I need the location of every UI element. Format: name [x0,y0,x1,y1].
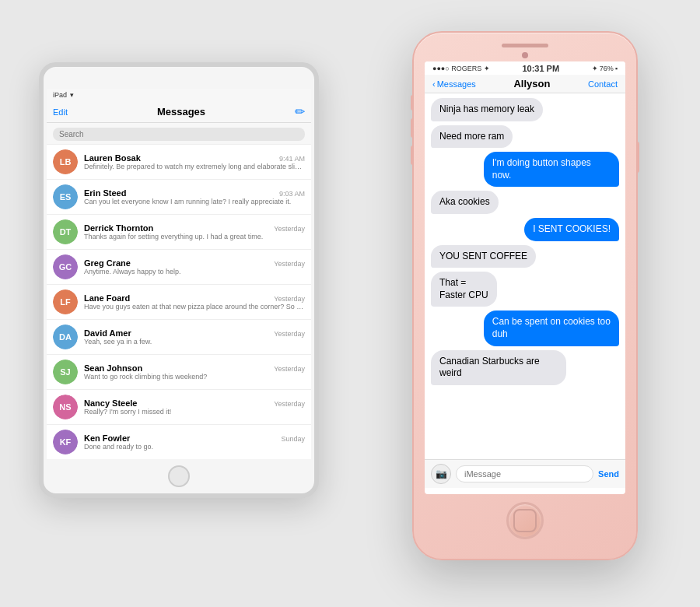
scene: iPad ▾ Edit Messages ✏ LB Lauren Bosak 9… [16,16,684,591]
received-bubble: Canadian Starbucks are weird [431,350,566,385]
message-content: Ken Fowler Sunday Done and ready to go. [84,433,305,451]
ipad-message-item[interactable]: GC Greg Crane Yesterday Anytime. Always … [47,250,311,285]
iphone-input-bar: 📷 Send [425,459,625,488]
message-content: Lauren Bosak 9:41 AM Definitely. Be prep… [84,153,305,170]
message-content: Greg Crane Yesterday Anytime. Always hap… [84,258,305,275]
iphone-back-label: Messages [437,79,476,89]
message-header: Lauren Bosak 9:41 AM [84,153,305,163]
message-content: Nancy Steele Yesterday Really? I'm sorry… [84,398,305,416]
ipad-edit-button[interactable]: Edit [53,107,68,117]
sent-bubble: Can be spent on cookies too duh [484,311,619,346]
iphone-home-button-inner [513,509,537,532]
message-content: Sean Johnson Yesterday Want to go rock c… [84,363,305,381]
iphone-status-bar: ●●●○ ROGERS ✦ 10:31 PM ✦ 76% ▪ [425,61,625,75]
message-header: Nancy Steele Yesterday [84,398,305,408]
iphone-camera-area [522,52,528,58]
message-header: Sean Johnson Yesterday [84,363,305,373]
message-time: Yesterday [274,225,305,233]
message-preview: Definitely. Be prepared to watch my extr… [84,163,305,170]
iphone-back-chevron: ‹ [432,79,436,89]
ipad-search-input[interactable] [53,128,305,141]
iphone-battery: 76% [600,65,614,72]
message-header: Ken Fowler Sunday [84,433,305,443]
contact-name: Ken Fowler [84,433,130,443]
received-bubble: YOU SENT COFFEE [431,245,536,268]
ipad-message-item[interactable]: DT Derrick Thornton Yesterday Thanks aga… [47,215,311,250]
message-header: Lane Foard Yesterday [84,293,305,303]
iphone-screen: ●●●○ ROGERS ✦ 10:31 PM ✦ 76% ▪ ‹ Message… [425,61,625,494]
contact-name: Derrick Thornton [84,223,153,233]
iphone-battery-icon: ▪ [615,65,618,72]
avatar: LB [53,149,78,174]
message-preview: Have you guys eaten at that new pizza pl… [84,303,305,311]
ipad-nav-bar: Edit Messages ✏ [47,101,311,123]
message-content: Erin Steed 9:03 AM Can you let everyone … [84,188,305,205]
iphone-sleep-button[interactable] [636,142,639,173]
ipad-messages-title: Messages [157,106,205,118]
iphone-camera [522,52,528,58]
ipad-message-item[interactable]: DA David Amer Yesterday Yeah, see ya in … [47,320,311,355]
ipad-home-button[interactable] [168,465,190,487]
iphone-time: 10:31 PM [522,64,559,73]
iphone-mute-button[interactable] [411,95,414,111]
avatar: DT [53,219,78,244]
contact-name: Lane Foard [84,293,130,303]
message-time: Yesterday [274,330,305,338]
contact-name: Sean Johnson [84,363,142,373]
avatar: ES [53,184,78,209]
iphone-send-button[interactable]: Send [598,469,619,479]
iphone-home-button[interactable] [506,502,544,539]
iphone-speaker [502,44,548,47]
sent-bubble: I'm doing button shapes now. [484,152,619,187]
message-time: 9:41 AM [279,155,305,163]
ipad-message-item[interactable]: KF Ken Fowler Sunday Done and ready to g… [47,425,311,459]
iphone-camera-button[interactable]: 📷 [431,464,451,484]
message-header: Greg Crane Yesterday [84,258,305,268]
iphone-volume-up-button[interactable] [411,118,414,138]
ipad-message-item[interactable]: ES Erin Steed 9:03 AM Can you let everyo… [47,180,311,215]
message-time: Sunday [281,435,305,443]
ipad-search-bar [47,123,311,145]
ipad-message-item[interactable]: LB Lauren Bosak 9:41 AM Definitely. Be p… [47,145,311,180]
message-preview: Can you let everyone know I am running l… [84,198,305,205]
iphone-contact-button[interactable]: Contact [588,79,618,89]
ipad-compose-button[interactable]: ✏ [295,104,305,119]
message-time: 9:03 AM [279,190,305,198]
received-bubble: Ninja has memory leak [431,98,543,121]
iphone-chat-area: Ninja has memory leakNeed more ramI'm do… [425,93,625,459]
message-preview: Thanks again for setting everything up. … [84,233,305,240]
message-content: Derrick Thornton Yesterday Thanks again … [84,223,305,240]
avatar: KF [53,430,78,454]
message-preview: Really? I'm sorry I missed it! [84,408,305,416]
avatar-initials: DT [53,219,78,244]
message-header: Erin Steed 9:03 AM [84,188,305,198]
ipad-message-item[interactable]: NS Nancy Steele Yesterday Really? I'm so… [47,390,311,425]
iphone-bluetooth-icon: ✦ [592,65,598,72]
imessage-input[interactable] [456,465,593,482]
avatar-initials: GC [53,254,78,279]
avatar-initials: ES [53,184,78,209]
avatar-initials: DA [53,325,78,349]
iphone-carrier: ●●●○ ROGERS ✦ [432,65,490,72]
contact-name: Erin Steed [84,188,126,198]
avatar-initials: LB [53,149,78,174]
message-preview: Yeah, see ya in a few. [84,338,305,346]
iphone-status-right: ✦ 76% ▪ [592,65,618,72]
message-content: Lane Foard Yesterday Have you guys eaten… [84,293,305,311]
ipad-message-list: LB Lauren Bosak 9:41 AM Definitely. Be p… [47,145,311,459]
avatar-initials: SJ [53,360,78,384]
message-header: Derrick Thornton Yesterday [84,223,305,233]
message-time: Yesterday [274,365,305,373]
avatar: NS [53,395,78,419]
iphone-chat-title: Allyson [513,78,550,89]
iphone-volume-down-button[interactable] [411,146,414,165]
ipad-message-item[interactable]: LF Lane Foard Yesterday Have you guys ea… [47,285,311,320]
avatar-initials: NS [53,395,78,419]
ipad-message-item[interactable]: SJ Sean Johnson Yesterday Want to go roc… [47,355,311,390]
message-content: David Amer Yesterday Yeah, see ya in a f… [84,328,305,346]
iphone-back-button[interactable]: ‹ Messages [432,79,476,89]
ipad-wifi-icon: ▾ [70,91,74,99]
message-time: Yesterday [274,260,305,268]
avatar-initials: LF [53,289,78,314]
received-bubble: Aka cookies [431,191,499,214]
